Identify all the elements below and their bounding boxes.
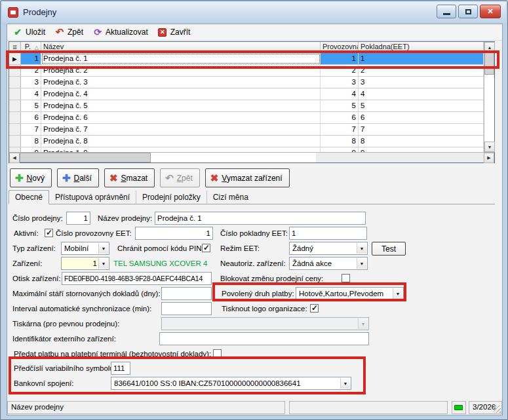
cell-pokladna: 9 — [359, 147, 484, 152]
cell-nazev: Prodejna č. 5 — [41, 100, 321, 111]
minimize-button[interactable] — [437, 5, 456, 18]
column-header-nazev[interactable]: Název — [41, 42, 321, 52]
horizontal-scroll-track[interactable] — [20, 153, 484, 162]
cell-p: 2 — [21, 65, 41, 76]
toolbar-refresh-button[interactable]: ⟳ Aktualizovat — [92, 27, 148, 37]
eet-mode-select[interactable]: Žádný ▼ — [289, 242, 368, 255]
scroll-right-icon[interactable]: ▶ — [484, 153, 494, 163]
table-row[interactable]: 3 Prodejna č. 3 3 3 — [9, 77, 484, 88]
max-cancelled-age-label: Maximální stáří stornovaných dokladů (dn… — [12, 290, 161, 297]
scroll-up-icon[interactable]: ▲ — [484, 42, 495, 52]
cell-p: 7 — [21, 124, 41, 135]
table-row[interactable]: 9 Prodejna č. 9 9 9 — [9, 147, 484, 152]
grid-list-icon: ≣ — [12, 44, 18, 50]
pin-protect-checkbox[interactable] — [202, 244, 210, 252]
table-row-selected[interactable]: ▶ 1 Prodejna č. 1 1 1 — [9, 53, 484, 65]
refresh-icon: ⟳ — [92, 27, 103, 37]
row-indicator — [9, 77, 21, 88]
device-fingerprint-field[interactable] — [62, 272, 212, 285]
cell-p: 3 — [21, 77, 41, 88]
resize-grip[interactable] — [494, 406, 501, 413]
cell-nazev: Prodejna č. 2 — [41, 65, 321, 76]
sync-interval-label: Interval automatické synchronizace (min)… — [12, 305, 151, 313]
allowed-payment-label: Povolený druh platby: — [222, 290, 294, 297]
tab-prodejni-polozky[interactable]: Prodejní položky — [136, 191, 207, 204]
horizontal-scrollbar[interactable]: ◀ ▶ — [9, 152, 494, 162]
status-empty-panel — [289, 401, 448, 414]
variable-symbol-prefix-field[interactable] — [111, 362, 130, 375]
tab-pristupova-opravneni[interactable]: Přístupová oprávnění — [49, 191, 136, 204]
table-row[interactable]: 6 Prodejna č. 6 6 6 — [9, 112, 484, 124]
cell-nazev: Prodejna č. 4 — [41, 88, 321, 100]
cell-p: 9 — [21, 147, 41, 152]
toolbar-save-button[interactable]: ✔ Uložit — [12, 27, 45, 37]
horizontal-scroll-thumb[interactable] — [20, 153, 151, 162]
cell-provozovna: 6 — [321, 112, 359, 123]
delete-button[interactable]: ✖ Smazat — [104, 168, 155, 187]
scroll-left-icon[interactable]: ◀ — [9, 153, 20, 163]
block-price-change-checkbox[interactable] — [342, 274, 350, 282]
store-number-field[interactable] — [66, 212, 90, 225]
undo-button[interactable]: ↶ Zpět — [160, 168, 200, 187]
plus-icon: ✚ — [62, 173, 71, 183]
restore-button[interactable] — [458, 5, 478, 18]
device-label: Zařízení: — [12, 259, 42, 267]
bank-connection-label: Bankovní spojení: — [14, 379, 73, 387]
payment-terminal-checkbox[interactable] — [213, 349, 222, 358]
toolbar-save-label: Uložit — [26, 28, 45, 37]
new-button[interactable]: ✚ Nový — [10, 168, 52, 187]
table-row[interactable]: 7 Prodejna č. 7 7 7 — [9, 124, 484, 136]
toolbar-close-button[interactable]: ✕ Zavřít — [157, 27, 191, 37]
active-checkbox[interactable] — [45, 229, 53, 237]
new-button-label: Nový — [27, 174, 45, 183]
vertical-scroll-thumb[interactable] — [484, 52, 494, 75]
max-cancelled-age-field[interactable] — [161, 287, 212, 300]
cell-provozovna: 7 — [321, 124, 359, 135]
sync-interval-field[interactable] — [161, 302, 212, 315]
eet-register-number-label: Číslo pokladny EET: — [220, 229, 288, 237]
row-selector-icon: ▶ — [12, 56, 17, 62]
row-indicator — [9, 88, 21, 100]
device-select[interactable]: 1 ▼ — [61, 257, 109, 270]
bank-connection-select[interactable]: 836641/0100 SS:0 IBAN:CZ5701000000000000… — [111, 377, 351, 390]
device-fingerprint-label: Otisk zařízení: — [12, 275, 61, 282]
column-header-p[interactable]: P.△ — [21, 42, 41, 52]
eet-register-number-field[interactable] — [289, 227, 367, 240]
toolbar-undo-label: Zpět — [68, 28, 83, 37]
status-field-name: Název prodejny — [7, 401, 285, 414]
grid-rows: ▶ 1 Prodejna č. 1 1 1 2 Prodejna č. 2 2 … — [9, 53, 484, 152]
chevron-down-icon: ▼ — [357, 258, 366, 269]
column-header-pokladna[interactable]: Pokladna(EET) — [359, 42, 484, 52]
table-row[interactable]: 2 Prodejna č. 2 2 2 — [9, 65, 484, 77]
clear-device-button[interactable]: ✖ Vymazat zařízení — [205, 168, 290, 187]
status-green-indicator — [454, 405, 463, 410]
next-button[interactable]: ✚ Další — [57, 168, 99, 187]
test-button[interactable]: Test — [372, 242, 406, 256]
cell-nazev: Prodejna č. 9 — [41, 147, 321, 152]
column-header-provozovna[interactable]: Provozovna — [321, 42, 359, 52]
table-row[interactable]: 8 Prodejna č. 8 8 8 — [9, 136, 484, 147]
toolbar-undo-button[interactable]: ↶ Zpět — [54, 27, 83, 37]
tab-cizi-mena[interactable]: Cizí měna — [207, 191, 254, 204]
eet-premises-number-field[interactable] — [135, 227, 213, 240]
cell-pokladna: 2 — [359, 65, 484, 76]
allowed-payment-select[interactable]: Hotově,Kartou,Převodem ▼ — [296, 287, 404, 300]
vertical-scroll-track[interactable] — [484, 52, 494, 142]
tab-obecne[interactable]: Obecné — [9, 190, 49, 204]
vertical-scrollbar[interactable]: ▲ ▼ — [484, 42, 494, 152]
print-logo-label: Tisknout logo organizace: — [222, 305, 307, 313]
print-logo-checkbox[interactable] — [310, 304, 319, 313]
grid-corner-cell[interactable]: ≣ — [9, 42, 21, 52]
scroll-down-icon[interactable]: ▼ — [484, 142, 495, 152]
chevron-down-icon: ▼ — [357, 243, 366, 254]
row-indicator — [9, 112, 21, 123]
external-device-id-field[interactable] — [159, 332, 369, 345]
close-button[interactable]: ✕ — [480, 5, 501, 18]
device-type-select[interactable]: Mobilní ▼ — [61, 242, 109, 255]
cell-provozovna: 3 — [321, 77, 359, 88]
table-row[interactable]: 5 Prodejna č. 5 5 5 — [9, 100, 484, 112]
unauthorized-device-select[interactable]: Žádná akce ▼ — [289, 257, 368, 270]
table-row[interactable]: 4 Prodejna č. 4 4 4 — [9, 88, 484, 100]
next-button-label: Další — [74, 174, 92, 183]
store-name-field[interactable] — [155, 212, 366, 225]
